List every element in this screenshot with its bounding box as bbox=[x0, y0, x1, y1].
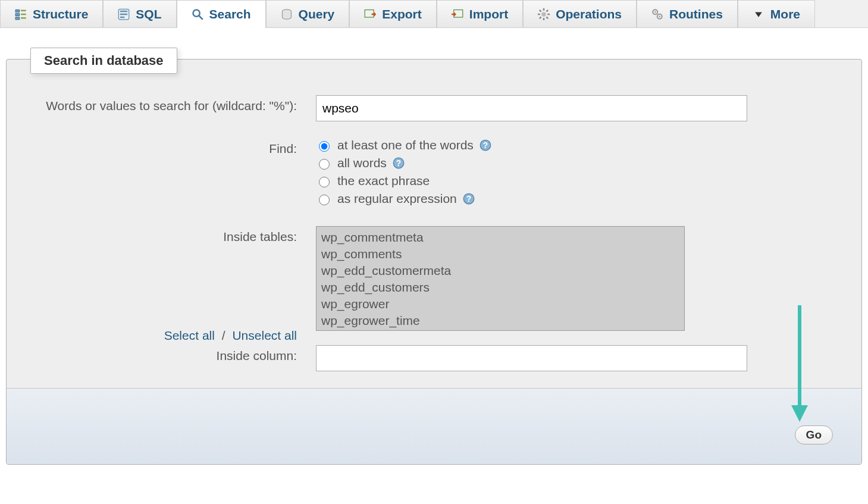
operations-icon bbox=[538, 8, 550, 20]
table-option[interactable]: wp_commentmeta bbox=[321, 229, 684, 246]
tables-multiselect[interactable]: wp_commentmeta wp_comments wp_edd_custom… bbox=[316, 226, 685, 331]
radio-as-regex[interactable]: as regular expression ? bbox=[316, 192, 747, 206]
query-icon bbox=[281, 8, 293, 20]
tab-search[interactable]: Search bbox=[177, 0, 266, 27]
search-icon bbox=[192, 8, 203, 20]
svg-text:?: ? bbox=[466, 195, 471, 204]
row-inside-tables: Inside tables: wp_commentmeta wp_comment… bbox=[30, 226, 838, 331]
table-option[interactable]: wp_edd_customers bbox=[321, 279, 684, 296]
help-icon[interactable]: ? bbox=[480, 139, 491, 151]
label-inside-tables: Inside tables: bbox=[30, 226, 316, 244]
svg-point-15 bbox=[541, 12, 546, 17]
tab-label: SQL bbox=[136, 7, 161, 21]
help-icon[interactable]: ? bbox=[463, 193, 475, 205]
sql-icon bbox=[118, 8, 130, 20]
svg-text:?: ? bbox=[483, 141, 488, 150]
radio-all-words[interactable]: all words ? bbox=[316, 156, 747, 170]
table-option[interactable]: wp_comments bbox=[321, 246, 684, 262]
tab-routines[interactable]: Routines bbox=[637, 0, 738, 27]
label-find: Find: bbox=[30, 138, 316, 156]
label-inside-column: Inside column: bbox=[30, 345, 316, 363]
row-find: Find: at least one of the words ? all wo… bbox=[30, 138, 838, 209]
select-all-link[interactable]: Select all bbox=[164, 328, 215, 342]
radio-exact-phrase[interactable]: the exact phrase bbox=[316, 174, 747, 188]
routines-icon bbox=[651, 8, 663, 20]
import-icon bbox=[452, 8, 463, 20]
row-select-links: Select all / Unselect all bbox=[30, 333, 838, 343]
svg-rect-9 bbox=[120, 16, 125, 18]
go-button[interactable]: Go bbox=[795, 425, 833, 444]
radio-all-words-input[interactable] bbox=[319, 159, 330, 170]
svg-rect-1 bbox=[15, 13, 19, 15]
tab-label: Import bbox=[469, 7, 508, 21]
tab-more[interactable]: More bbox=[738, 0, 815, 27]
svg-line-20 bbox=[540, 10, 541, 11]
tab-label: Search bbox=[209, 7, 251, 21]
dropdown-triangle-icon bbox=[753, 8, 764, 20]
radio-as-regex-input[interactable] bbox=[319, 195, 330, 205]
inside-column-input[interactable] bbox=[316, 345, 747, 371]
svg-point-10 bbox=[193, 10, 199, 16]
tab-operations[interactable]: Operations bbox=[523, 0, 637, 27]
svg-line-21 bbox=[547, 17, 549, 18]
row-inside-column: Inside column: bbox=[30, 345, 838, 371]
unselect-all-link[interactable]: Unselect all bbox=[232, 328, 297, 342]
svg-line-11 bbox=[199, 15, 202, 19]
radio-label: at least one of the words bbox=[337, 138, 474, 152]
tab-label: Query bbox=[299, 7, 335, 21]
top-tab-bar: Structure SQL Search Query Export Import bbox=[0, 0, 868, 28]
tab-export[interactable]: Export bbox=[349, 0, 437, 27]
tab-structure[interactable]: Structure bbox=[0, 0, 103, 27]
row-search-for: Words or values to search for (wildcard:… bbox=[30, 95, 838, 121]
page-body: Search in database Words or values to se… bbox=[0, 28, 868, 465]
svg-line-23 bbox=[547, 10, 549, 11]
tab-label: More bbox=[770, 7, 800, 21]
radio-label: the exact phrase bbox=[337, 174, 430, 188]
help-icon[interactable]: ? bbox=[393, 157, 405, 169]
svg-rect-2 bbox=[15, 17, 19, 20]
svg-point-27 bbox=[659, 15, 660, 17]
tab-sql[interactable]: SQL bbox=[103, 0, 176, 27]
tab-label: Operations bbox=[556, 7, 622, 21]
tab-import[interactable]: Import bbox=[437, 0, 523, 27]
svg-rect-8 bbox=[120, 13, 128, 15]
svg-marker-36 bbox=[791, 405, 808, 422]
radio-exact-phrase-input[interactable] bbox=[319, 177, 330, 187]
export-icon bbox=[364, 8, 376, 20]
svg-rect-7 bbox=[120, 10, 128, 12]
search-input[interactable] bbox=[316, 95, 747, 121]
tab-label: Structure bbox=[33, 7, 88, 21]
radio-at-least-one[interactable]: at least one of the words ? bbox=[316, 138, 747, 152]
tab-label: Export bbox=[382, 7, 422, 21]
svg-point-26 bbox=[654, 11, 656, 13]
svg-marker-28 bbox=[755, 12, 762, 17]
svg-text:?: ? bbox=[396, 159, 401, 168]
link-separator: / bbox=[222, 328, 225, 342]
svg-line-22 bbox=[540, 17, 541, 18]
label-search-for: Words or values to search for (wildcard:… bbox=[30, 95, 316, 113]
table-option[interactable]: wp_egrower bbox=[321, 296, 684, 312]
svg-rect-0 bbox=[15, 10, 19, 12]
search-fieldset: Search in database Words or values to se… bbox=[6, 59, 862, 465]
radio-label: all words bbox=[337, 156, 387, 170]
fieldset-footer: Go bbox=[7, 388, 861, 464]
tab-query[interactable]: Query bbox=[266, 0, 350, 27]
tab-label: Routines bbox=[669, 7, 723, 21]
structure-icon bbox=[15, 8, 27, 20]
fieldset-legend: Search in database bbox=[30, 48, 177, 74]
table-option[interactable]: wp_egrower_time bbox=[321, 312, 684, 329]
radio-at-least-one-input[interactable] bbox=[319, 141, 330, 152]
table-option[interactable]: wp_edd_customermeta bbox=[321, 262, 684, 279]
radio-label: as regular expression bbox=[337, 192, 457, 206]
